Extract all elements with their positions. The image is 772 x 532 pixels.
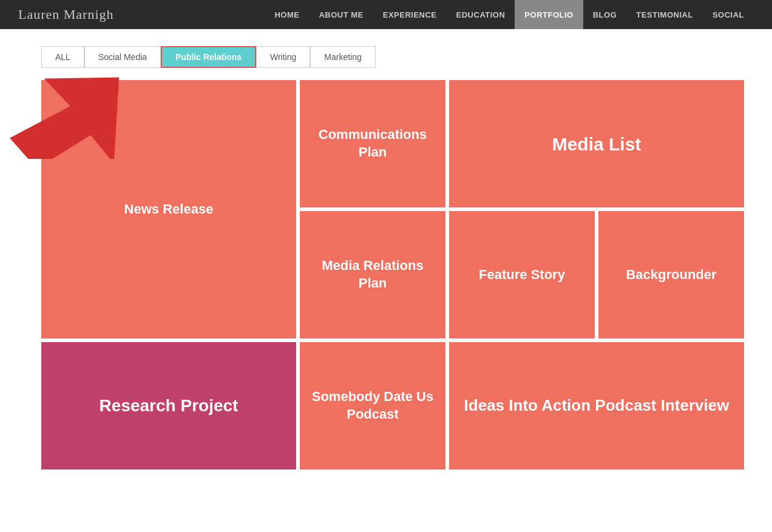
nav-blog[interactable]: BLOG [583, 0, 627, 29]
grid-item-comm-plan[interactable]: Communications Plan [300, 80, 445, 207]
site-logo: Lauren Marnigh [18, 7, 114, 22]
media-rel-label: Media Relations Plan [300, 247, 445, 301]
grid-item-media-rel[interactable]: Media Relations Plan [300, 211, 445, 338]
grid-item-backgrounder[interactable]: Backgrounder [598, 211, 744, 338]
nav-social[interactable]: SOCIAL [703, 0, 754, 29]
filter-social-media[interactable]: Social Media [84, 46, 161, 68]
grid-item-media-list[interactable]: Media List [449, 80, 744, 207]
filter-writing[interactable]: Writing [256, 46, 310, 68]
somebody-label: Somebody Date Us Podcast [300, 379, 445, 433]
grid-item-research[interactable]: Research Project [41, 342, 296, 470]
grid-item-somebody[interactable]: Somebody Date Us Podcast [300, 342, 445, 470]
filter-marketing[interactable]: Marketing [310, 46, 375, 68]
grid-item-ideas[interactable]: Ideas Into Action Podcast Interview [449, 342, 744, 470]
nav-links: Home ABOUT ME EXPERIENCE EDUCATION PORTF… [265, 0, 754, 29]
main-nav: Lauren Marnigh Home ABOUT ME EXPERIENCE … [0, 0, 772, 29]
comm-plan-label: Communications Plan [300, 116, 445, 170]
nav-portfolio[interactable]: PORTFOLIO [515, 0, 583, 29]
feature-label: Feature Story [469, 257, 575, 294]
grid-item-feature[interactable]: Feature Story [449, 211, 595, 338]
grid-item-news-release[interactable]: News Release [41, 80, 296, 338]
filter-all[interactable]: ALL [41, 46, 84, 68]
news-release-label: News Release [115, 191, 223, 228]
filter-public-relations[interactable]: Public Relations [161, 46, 256, 68]
filter-bar: ALL Social Media Public Relations Writin… [0, 29, 772, 80]
media-list-label: Media List [543, 123, 651, 166]
portfolio-grid: News Release Communications Plan Media L… [0, 80, 772, 470]
nav-home[interactable]: Home [265, 0, 309, 29]
nav-experience[interactable]: EXPERIENCE [373, 0, 447, 29]
nav-testimonial[interactable]: TESTIMONIAL [626, 0, 703, 29]
nav-education[interactable]: EDUCATION [447, 0, 515, 29]
nav-about[interactable]: ABOUT ME [309, 0, 373, 29]
backgrounder-label: Backgrounder [616, 257, 726, 294]
ideas-label: Ideas Into Action Podcast Interview [455, 386, 739, 426]
research-label: Research Project [90, 385, 248, 426]
